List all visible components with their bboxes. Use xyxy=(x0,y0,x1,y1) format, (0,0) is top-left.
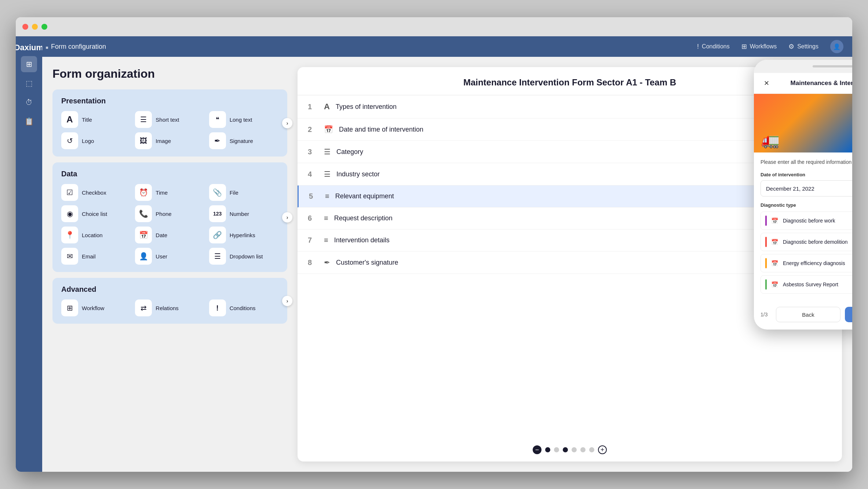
relations-icon: ⇄ xyxy=(135,299,152,316)
topbar-title: Form configuration xyxy=(51,43,697,51)
settings-label: Settings xyxy=(797,43,818,50)
email-label: Email xyxy=(82,253,96,260)
user-label: User xyxy=(156,253,167,260)
sidebar-item-grid[interactable]: ⊞ xyxy=(21,56,37,72)
date-input[interactable]: December 21, 2022 📅 xyxy=(761,180,852,196)
topbar: Form configuration ! Conditions ⊞ Workfl… xyxy=(42,36,852,57)
mobile-close-button[interactable]: ✕ xyxy=(761,77,772,89)
list-item[interactable]: ⊞ Workflow xyxy=(61,299,131,316)
list-item[interactable]: ☑ Checkbox xyxy=(61,184,131,201)
list-item[interactable]: 📞 Phone xyxy=(135,205,204,222)
list-item[interactable]: ✒ Signature xyxy=(209,132,278,149)
page-dot-6[interactable] xyxy=(589,447,594,452)
choice-list-label: Choice list xyxy=(82,211,107,217)
list-item[interactable]: 123 Number xyxy=(209,205,278,222)
page-dot-4[interactable] xyxy=(572,447,577,452)
sidebar-item-clock[interactable]: ⏱ xyxy=(21,94,37,110)
date-value: December 21, 2022 xyxy=(766,185,814,192)
diag-color-bar-2 xyxy=(765,237,767,247)
diag-option-text-3: Energy efficiency diagnosis xyxy=(783,260,845,266)
conditions-icon: ! xyxy=(697,43,699,51)
list-item[interactable]: ⇄ Relations xyxy=(135,299,204,316)
sidebar-item-file[interactable]: 📋 xyxy=(21,113,37,129)
conditions-label: Conditions xyxy=(702,43,730,50)
diag-option-2[interactable]: 📅 Diagnostic before demolition xyxy=(761,233,852,251)
next-button[interactable]: Next xyxy=(845,307,852,322)
main-content: Form configuration ! Conditions ⊞ Workfl… xyxy=(42,36,852,472)
advanced-toggle[interactable]: › xyxy=(282,296,292,306)
title-label: Title xyxy=(82,117,92,123)
list-item[interactable]: ☰ Short text xyxy=(135,111,204,128)
list-item[interactable]: 📍 Location xyxy=(61,227,131,243)
diag-option-1[interactable]: 📅 Diagnostic before work xyxy=(761,212,852,230)
presentation-section: Presentation A Title ☰ Short text xyxy=(52,89,287,157)
mobile-header: ✕ Maintenances & Interventions ⋮ xyxy=(754,73,852,94)
workflows-label: Workflows xyxy=(750,43,777,50)
presentation-heading: Presentation xyxy=(61,97,278,105)
short-text-label: Short text xyxy=(156,117,179,123)
page-dot-3[interactable] xyxy=(563,447,568,452)
topbar-actions: ! Conditions ⊞ Workflows ⚙ Settings 👤 xyxy=(697,40,843,53)
back-button[interactable]: Back xyxy=(776,307,840,322)
list-item[interactable]: 📅 Date xyxy=(135,227,204,243)
row-icon-1: A xyxy=(324,102,330,111)
list-item[interactable]: A Title xyxy=(61,111,131,128)
conditions-action[interactable]: ! Conditions xyxy=(697,43,730,51)
list-item[interactable]: ! Conditions xyxy=(209,299,278,316)
time-icon: ⏰ xyxy=(135,184,152,201)
phone-icon: 📞 xyxy=(135,205,152,222)
workflow-label: Workflow xyxy=(82,305,104,311)
date-icon: 📅 xyxy=(135,227,152,243)
diag-color-bar-1 xyxy=(765,216,767,226)
date-field-label: Date of intervention xyxy=(761,172,852,177)
page-add-button[interactable]: + xyxy=(598,445,607,454)
row-num-4: 4 xyxy=(308,170,318,179)
data-items: ☑ Checkbox ⏰ Time 📎 File xyxy=(61,184,278,265)
diag-option-icon-1: 📅 xyxy=(771,217,778,224)
diag-option-text-2: Diagnostic before demolition xyxy=(783,239,848,245)
user-avatar[interactable]: 👤 xyxy=(830,40,843,53)
list-item[interactable]: 📎 File xyxy=(209,184,278,201)
maximize-button[interactable] xyxy=(41,24,47,30)
diag-type-label: Diagnostic type xyxy=(761,202,852,208)
checkbox-icon: ☑ xyxy=(61,184,78,201)
image-icon: 🖼 xyxy=(135,132,152,149)
diag-option-3[interactable]: 📅 Energy efficiency diagnosis xyxy=(761,254,852,272)
list-item[interactable]: ◉ Choice list xyxy=(61,205,131,222)
list-item[interactable]: 👤 User xyxy=(135,248,204,265)
location-icon: 📍 xyxy=(61,227,78,243)
diag-option-4[interactable]: 📅 Asbestos Survey Report xyxy=(761,275,852,294)
page-dot-1[interactable] xyxy=(545,447,550,452)
minimize-button[interactable] xyxy=(32,24,38,30)
row-num-6: 6 xyxy=(308,214,318,223)
sidebar-item-layers[interactable]: ⬚ xyxy=(21,75,37,91)
list-item[interactable]: ✉ Email xyxy=(61,248,131,265)
phone-label: Phone xyxy=(156,211,171,217)
settings-action[interactable]: ⚙ Settings xyxy=(788,43,818,51)
app-layout: D Daxium ■ ⊞ ⬚ ⏱ 📋 Form configuration ! … xyxy=(16,36,852,472)
list-item[interactable]: 🖼 Image xyxy=(135,132,204,149)
list-item[interactable]: ❝ Long text xyxy=(209,111,278,128)
close-button[interactable] xyxy=(22,24,28,30)
list-item[interactable]: ☰ Dropdown list xyxy=(209,248,278,265)
file-label: File xyxy=(230,190,238,196)
email-icon: ✉ xyxy=(61,248,78,265)
list-item[interactable]: ↺ Logo xyxy=(61,132,131,149)
page-dot-2[interactable] xyxy=(554,447,559,452)
list-item[interactable]: ⏰ Time xyxy=(135,184,204,201)
page-dot-5[interactable] xyxy=(580,447,586,452)
page-remove-button[interactable]: − xyxy=(533,445,541,454)
data-toggle[interactable]: › xyxy=(282,212,292,223)
row-icon-6: ≡ xyxy=(324,214,328,223)
presentation-toggle[interactable]: › xyxy=(282,118,292,128)
notch-bar-inner xyxy=(813,65,852,67)
left-panel: Form organization Presentation A Title ☰… xyxy=(52,67,287,462)
dropdown-label: Dropdown list xyxy=(230,253,263,260)
workflows-action[interactable]: ⊞ Workflows xyxy=(741,43,777,51)
dropdown-icon: ☰ xyxy=(209,248,226,265)
choice-list-icon: ◉ xyxy=(61,205,78,222)
list-item[interactable]: 🔗 Hyperlinks xyxy=(209,227,278,243)
short-text-icon: ☰ xyxy=(135,111,152,128)
hyperlinks-icon: 🔗 xyxy=(209,227,226,243)
diag-option-icon-3: 📅 xyxy=(771,260,778,267)
